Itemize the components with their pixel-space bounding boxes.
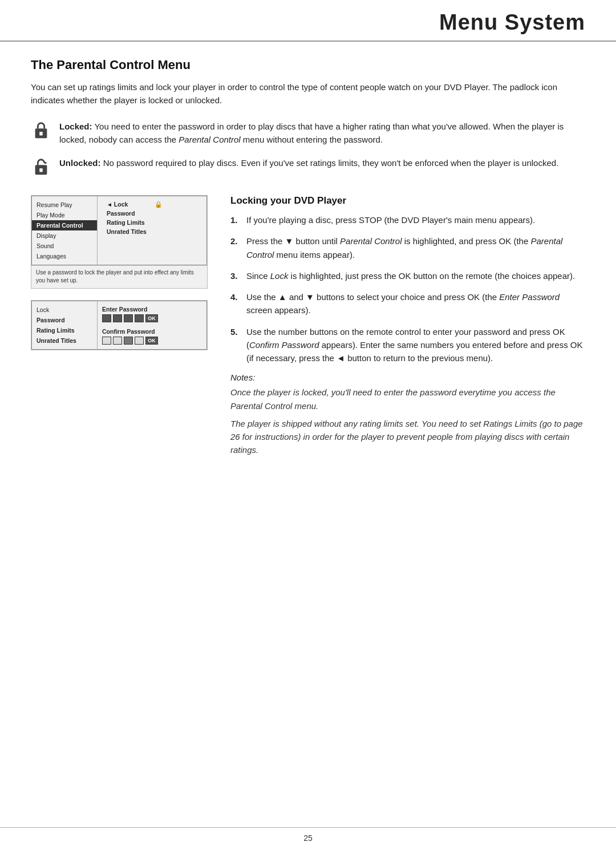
step-5: 5. Use the number buttons on the remote … <box>230 325 585 365</box>
menu-item-display: Display <box>32 230 97 241</box>
note-1: Once the player is locked, you'll need t… <box>230 386 585 412</box>
step-1-num: 1. <box>230 213 241 226</box>
pw-dot-3 <box>124 314 133 322</box>
pw-menu-password: Password <box>32 315 97 325</box>
instructions-subtitle: Locking your DVD Player <box>230 195 585 207</box>
sub-unrated-titles-1: Unrated Titles <box>102 227 167 236</box>
locked-label: Locked: <box>59 122 92 131</box>
menu-item-languages: Languages <box>32 251 97 261</box>
step-3: 3. Since Lock is highlighted, just press… <box>230 269 585 282</box>
dvd-screenshot-1: Resume Play Play Mode Parental Control D… <box>31 195 208 289</box>
section-title: The Parental Control Menu <box>31 58 585 72</box>
step-5-num: 5. <box>230 325 241 365</box>
sub-lock: ◄ Lock 🔒 <box>102 200 167 209</box>
menu-item-sound: Sound <box>32 241 97 251</box>
locked-icon <box>31 120 51 140</box>
menu-item-resume: Resume Play <box>32 200 97 210</box>
arrow-icon: ◄ <box>107 201 112 208</box>
menu-item-parental: Parental Control <box>32 220 97 230</box>
main-content: The Parental Control Menu You can set up… <box>0 42 616 496</box>
locked-text: Locked: You need to enter the password i… <box>59 120 585 147</box>
step-2-text: Press the ▼ button until Parental Contro… <box>246 234 585 261</box>
step-2: 2. Press the ▼ button until Parental Con… <box>230 234 585 261</box>
page-number: 25 <box>303 833 313 843</box>
pw-dot-2 <box>113 314 122 322</box>
step-3-text: Since Lock is highlighted, just press th… <box>246 269 585 282</box>
two-column-section: Resume Play Play Mode Parental Control D… <box>31 195 585 462</box>
page-footer: 25 <box>0 827 616 848</box>
confirm-dot-3 <box>124 337 133 345</box>
step-4-text: Use the ▲ and ▼ buttons to select your c… <box>246 290 585 317</box>
enter-password-dots: OK <box>102 314 202 322</box>
pw-menu-rating: Rating Limits <box>32 325 97 335</box>
screen1-caption: Use a password to lock the player and pu… <box>31 265 207 288</box>
password-menu-display: Lock Password Rating Limits Unrated Titl… <box>31 301 207 350</box>
confirm-dot-2 <box>113 337 122 345</box>
confirm-dot-1 <box>102 337 111 345</box>
menu-left-panel: Resume Play Play Mode Parental Control D… <box>32 196 98 265</box>
notes-label: Notes: <box>230 373 585 382</box>
enter-password-label: Enter Password <box>102 305 202 314</box>
step-5-text: Use the number buttons on the remote con… <box>246 325 585 365</box>
confirm-ok-btn[interactable]: OK <box>145 337 158 345</box>
step-1: 1. If you're playing a disc, press STOP … <box>230 213 585 226</box>
pw-ok-btn[interactable]: OK <box>145 314 158 322</box>
confirm-password-label: Confirm Password <box>102 327 202 337</box>
unlocked-label: Unlocked: <box>59 158 101 168</box>
page-title: Menu System <box>439 10 585 35</box>
confirm-password-dots: OK <box>102 337 202 345</box>
sub-rating-limits: Rating Limits <box>102 218 167 227</box>
locked-entry: Locked: You need to enter the password i… <box>31 120 585 147</box>
svg-rect-3 <box>39 168 43 172</box>
menu-item-playmode: Play Mode <box>32 210 97 220</box>
dvd-screenshot-2: Lock Password Rating Limits Unrated Titl… <box>31 300 208 350</box>
svg-rect-1 <box>39 131 43 135</box>
step-2-num: 2. <box>230 234 241 261</box>
steps-list: 1. If you're playing a disc, press STOP … <box>230 213 585 365</box>
note-2: The player is shipped without any rating… <box>230 417 585 457</box>
menu-display-1: Resume Play Play Mode Parental Control D… <box>31 196 207 265</box>
unlocked-icon <box>31 156 51 177</box>
menu-right-panel: ◄ Lock 🔒 Password Rating Limits Unrated … <box>98 196 172 265</box>
sub-password: Password <box>102 209 167 218</box>
notes-section: Notes: Once the player is locked, you'll… <box>230 373 585 456</box>
pw-dot-4 <box>135 314 144 322</box>
pw-menu-unrated: Unrated Titles <box>32 335 97 346</box>
password-entry-panel: Enter Password OK Confirm Password <box>98 301 206 349</box>
intro-text: You can set up ratings limits and lock y… <box>31 80 585 107</box>
unlocked-text: Unlocked: No password required to play d… <box>59 156 585 169</box>
step-4: 4. Use the ▲ and ▼ buttons to select you… <box>230 290 585 317</box>
unlocked-entry: Unlocked: No password required to play d… <box>31 156 585 177</box>
password-menu-left: Lock Password Rating Limits Unrated Titl… <box>32 301 98 349</box>
pw-dot-1 <box>102 314 111 322</box>
page-header: Menu System <box>0 0 616 42</box>
screenshots-column: Resume Play Play Mode Parental Control D… <box>31 195 208 462</box>
instructions-column: Locking your DVD Player 1. If you're pla… <box>230 195 585 462</box>
step-4-num: 4. <box>230 290 241 317</box>
step-3-num: 3. <box>230 269 241 282</box>
step-1-text: If you're playing a disc, press STOP (th… <box>246 213 585 226</box>
confirm-dot-4 <box>135 337 144 345</box>
pw-menu-lock: Lock <box>32 305 97 315</box>
